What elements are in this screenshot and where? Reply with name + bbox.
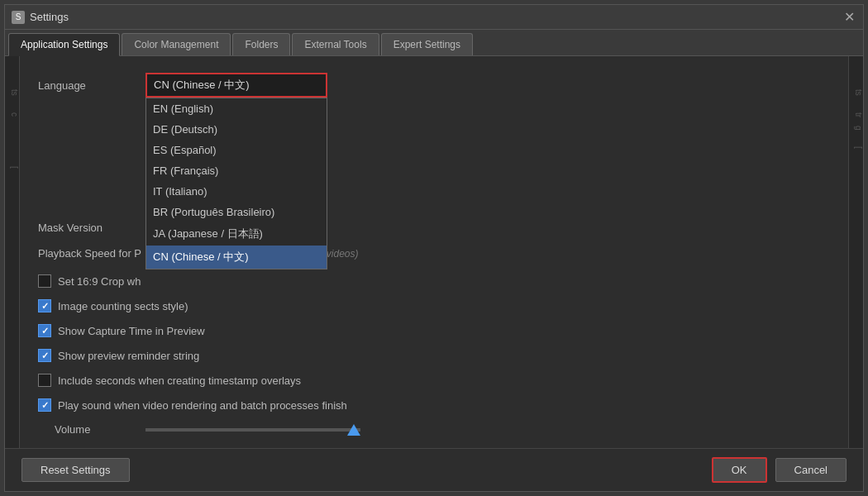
lang-option-it[interactable]: IT (Italiano) bbox=[146, 181, 327, 202]
side-label-left2: c bbox=[5, 112, 19, 117]
language-label: Language bbox=[38, 79, 145, 92]
title-bar-left: S Settings bbox=[12, 11, 69, 24]
show-capture-time-label: Show Capture Time in Preview bbox=[58, 325, 205, 337]
right-side-decoration: ts tr g [ bbox=[848, 56, 863, 448]
play-sound-checkbox[interactable] bbox=[38, 398, 51, 412]
dialog-footer: Reset Settings OK Cancel bbox=[5, 448, 863, 491]
play-sound-label: Play sound when video rendering and batc… bbox=[58, 399, 347, 412]
language-dropdown: EN (English) DE (Deutsch) ES (Español) F… bbox=[145, 98, 327, 269]
tab-application-settings[interactable]: Application Settings bbox=[8, 33, 120, 56]
tab-external-tools[interactable]: External Tools bbox=[292, 33, 379, 55]
language-selected[interactable]: CN (Chinese / 中文) bbox=[145, 73, 327, 98]
lang-option-br[interactable]: BR (Português Brasileiro) bbox=[146, 202, 327, 222]
side-label-right4: [ bbox=[854, 146, 863, 149]
reset-settings-button[interactable]: Reset Settings bbox=[21, 458, 130, 482]
content-area: ts c [ ts tr g [ Language CN (Chinese / … bbox=[5, 56, 863, 448]
side-label-right: ts bbox=[854, 89, 863, 96]
side-label-left: ts bbox=[5, 89, 19, 96]
mask-version-label: Mask Version bbox=[38, 222, 145, 234]
title-bar: S Settings ✕ bbox=[5, 5, 863, 30]
volume-fill bbox=[145, 428, 360, 432]
include-seconds-row: Include seconds when creating timestamp … bbox=[38, 374, 838, 387]
language-row: Language CN (Chinese / 中文) EN (English) … bbox=[38, 73, 838, 98]
tabs-bar: Application Settings Color Management Fo… bbox=[5, 30, 863, 56]
side-label-right2: tr bbox=[854, 112, 863, 117]
tab-expert-settings[interactable]: Expert Settings bbox=[381, 33, 473, 55]
lang-option-ja[interactable]: JA (Japanese / 日本語) bbox=[146, 222, 327, 246]
show-capture-time-checkbox[interactable] bbox=[38, 324, 51, 337]
lang-option-cn[interactable]: CN (Chinese / 中文) bbox=[146, 246, 327, 269]
form-content: Language CN (Chinese / 中文) EN (English) … bbox=[30, 73, 838, 448]
set169-row: Set 16:9 Crop wh bbox=[38, 274, 838, 288]
language-select-container: CN (Chinese / 中文) EN (English) DE (Deuts… bbox=[145, 73, 327, 98]
side-label-left3: [ bbox=[5, 166, 19, 169]
app-icon: S bbox=[12, 11, 25, 24]
language-selected-text: CN (Chinese / 中文) bbox=[154, 78, 250, 93]
volume-label: Volume bbox=[55, 423, 145, 436]
playback-label: Playback Speed for P bbox=[38, 247, 145, 260]
show-preview-reminder-row: Show preview reminder string bbox=[38, 349, 838, 362]
ok-button[interactable]: OK bbox=[712, 457, 767, 483]
image-counting-checkbox[interactable] bbox=[38, 299, 51, 312]
settings-dialog: S Settings ✕ Application Settings Color … bbox=[4, 4, 864, 492]
dialog-title: Settings bbox=[30, 11, 69, 23]
lang-option-es[interactable]: ES (Español) bbox=[146, 140, 327, 160]
image-counting-row: Image counting sects style) bbox=[38, 299, 838, 312]
set169-label: Set 16:9 Crop wh bbox=[58, 275, 141, 288]
volume-slider-track[interactable] bbox=[145, 428, 360, 432]
cancel-button[interactable]: Cancel bbox=[775, 458, 847, 482]
close-button[interactable]: ✕ bbox=[842, 10, 856, 25]
set169-checkbox[interactable] bbox=[38, 274, 51, 288]
lang-option-fr[interactable]: FR (Français) bbox=[146, 160, 327, 181]
tab-color-management[interactable]: Color Management bbox=[122, 33, 231, 55]
include-seconds-label: Include seconds when creating timestamp … bbox=[58, 374, 301, 387]
image-counting-label: Image counting sects style) bbox=[58, 300, 188, 312]
tab-folders[interactable]: Folders bbox=[232, 33, 290, 55]
lang-option-en[interactable]: EN (English) bbox=[146, 98, 327, 119]
left-side-decoration: ts c [ bbox=[5, 56, 20, 448]
show-capture-time-row: Show Capture Time in Preview bbox=[38, 324, 838, 337]
include-seconds-checkbox[interactable] bbox=[38, 374, 51, 387]
volume-row: Volume bbox=[38, 423, 838, 436]
side-label-right3: g bbox=[854, 126, 863, 131]
show-preview-reminder-checkbox[interactable] bbox=[38, 349, 51, 362]
lang-option-de[interactable]: DE (Deutsch) bbox=[146, 119, 327, 140]
play-sound-row: Play sound when video rendering and batc… bbox=[38, 398, 838, 412]
volume-thumb[interactable] bbox=[347, 424, 360, 436]
show-preview-reminder-label: Show preview reminder string bbox=[58, 350, 199, 362]
